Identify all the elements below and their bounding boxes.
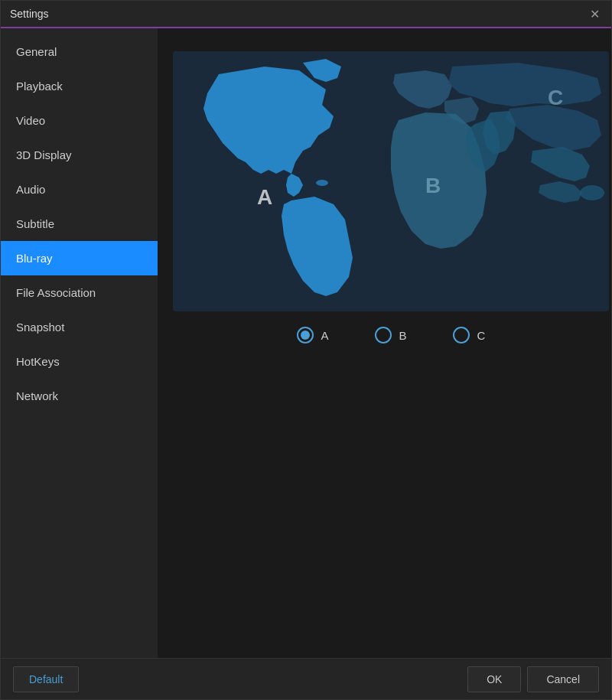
svg-point-1 bbox=[316, 180, 328, 186]
region-c-label: C bbox=[477, 329, 486, 342]
svg-text:C: C bbox=[548, 86, 563, 109]
region-a-option[interactable]: A bbox=[297, 327, 329, 343]
sidebar-item-subtitle[interactable]: Subtitle bbox=[1, 207, 158, 241]
sidebar-item-hotkeys[interactable]: HotKeys bbox=[1, 344, 158, 379]
region-options: A B C bbox=[297, 327, 486, 343]
map-container: A B C A B C bbox=[173, 44, 609, 643]
main-content: A B C A B C bbox=[158, 28, 611, 658]
footer-right-buttons: OK Cancel bbox=[467, 666, 599, 692]
sidebar: General Playback Video 3D Display Audio … bbox=[1, 28, 158, 658]
sidebar-item-network[interactable]: Network bbox=[1, 379, 158, 413]
title-bar: Settings ✕ bbox=[1, 1, 611, 28]
region-c-option[interactable]: C bbox=[453, 327, 486, 343]
content-area: General Playback Video 3D Display Audio … bbox=[1, 28, 611, 658]
sidebar-item-3d-display[interactable]: 3D Display bbox=[1, 138, 158, 172]
cancel-button[interactable]: Cancel bbox=[527, 666, 599, 692]
sidebar-item-playback[interactable]: Playback bbox=[1, 69, 158, 103]
region-a-label: A bbox=[321, 329, 329, 342]
window-title: Settings bbox=[10, 8, 49, 20]
sidebar-item-blu-ray[interactable]: Blu-ray bbox=[1, 241, 158, 275]
region-b-option[interactable]: B bbox=[375, 327, 407, 343]
svg-text:A: A bbox=[257, 185, 272, 209]
svg-point-2 bbox=[580, 185, 604, 200]
region-a-radio[interactable] bbox=[297, 327, 314, 343]
ok-button[interactable]: OK bbox=[467, 666, 521, 692]
sidebar-item-file-association[interactable]: File Association bbox=[1, 275, 158, 310]
sidebar-item-audio[interactable]: Audio bbox=[1, 172, 158, 207]
sidebar-item-snapshot[interactable]: Snapshot bbox=[1, 310, 158, 344]
close-button[interactable]: ✕ bbox=[587, 6, 602, 21]
default-button[interactable]: Default bbox=[13, 666, 79, 692]
settings-window: Settings ✕ General Playback Video 3D Dis… bbox=[0, 0, 612, 700]
svg-text:B: B bbox=[425, 174, 441, 197]
region-b-label: B bbox=[399, 329, 407, 342]
sidebar-item-general[interactable]: General bbox=[1, 34, 158, 69]
footer: Default OK Cancel bbox=[1, 658, 611, 699]
region-c-radio[interactable] bbox=[453, 327, 470, 343]
sidebar-item-video[interactable]: Video bbox=[1, 103, 158, 138]
world-map: A B C bbox=[173, 51, 609, 311]
region-b-radio[interactable] bbox=[375, 327, 392, 343]
